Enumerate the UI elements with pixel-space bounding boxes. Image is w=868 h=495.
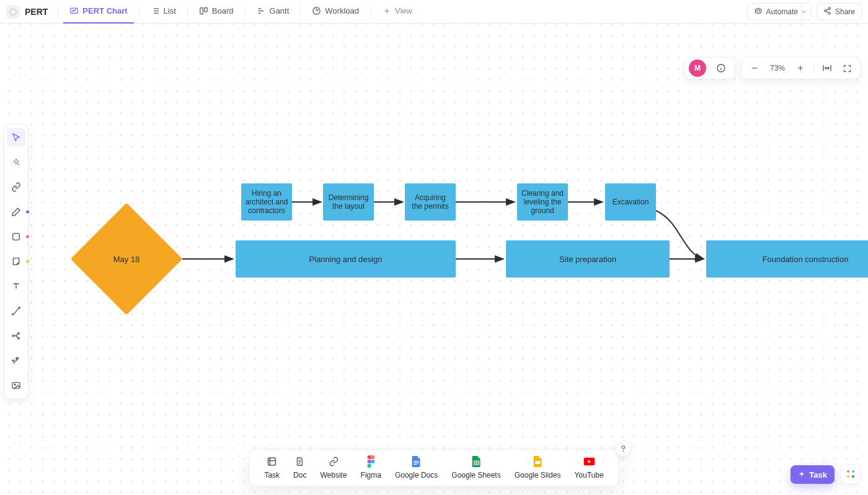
- board-icon: [199, 6, 208, 15]
- tool-ai[interactable]: [7, 153, 25, 172]
- apps-button[interactable]: [841, 464, 861, 484]
- tool-link[interactable]: [7, 178, 25, 196]
- task-node-excavation[interactable]: Excavation: [605, 183, 656, 221]
- dock-website[interactable]: Website: [320, 456, 347, 480]
- project-status-icon[interactable]: [6, 5, 20, 19]
- dock-label: YouTube: [574, 471, 603, 480]
- dock-youtube[interactable]: YouTube: [574, 456, 603, 480]
- tab-workload[interactable]: Workload: [306, 0, 365, 24]
- task-node-permits[interactable]: Acquiring the permits: [405, 183, 456, 221]
- phase-node-foundation[interactable]: Foundation construction: [706, 240, 868, 278]
- automate-dropdown[interactable]: [798, 3, 812, 20]
- gantt-icon: [257, 6, 266, 15]
- task-node-layout[interactable]: Determining the layout: [323, 183, 374, 221]
- node-label: Hiring an architect and contractors: [245, 189, 288, 215]
- canvas-controls: M 73%: [684, 57, 861, 79]
- svg-point-35: [847, 470, 849, 473]
- separator: [813, 63, 814, 74]
- separator: [245, 6, 246, 17]
- phase-node-siteprep[interactable]: Site preparation: [506, 240, 670, 278]
- node-label: Acquiring the permits: [409, 193, 452, 211]
- svg-rect-5: [755, 9, 761, 13]
- tool-sticky[interactable]: [7, 252, 25, 271]
- collaborators-pill: M: [684, 57, 735, 79]
- svg-point-38: [852, 475, 854, 478]
- svg-point-26: [14, 384, 16, 385]
- separator: [139, 6, 140, 17]
- share-label: Share: [835, 7, 855, 16]
- phase-node-planning[interactable]: Planning and design: [236, 240, 456, 278]
- dock-gdocs[interactable]: Google Docs: [395, 456, 438, 480]
- node-label: Site preparation: [559, 255, 616, 264]
- color-swatch-icon: [26, 235, 29, 239]
- tool-select[interactable]: [7, 128, 25, 147]
- tab-label: Board: [212, 6, 234, 15]
- page-title[interactable]: PERT: [25, 7, 48, 17]
- google-slides-icon: [532, 456, 543, 467]
- whiteboard-canvas[interactable]: M 73%: [0, 24, 868, 495]
- zoom-in-button[interactable]: [791, 59, 810, 77]
- svg-point-8: [828, 7, 830, 9]
- dock-label: Google Sheets: [451, 471, 500, 480]
- tool-shape[interactable]: [7, 227, 25, 246]
- svg-point-24: [18, 338, 20, 339]
- link-icon: [328, 456, 339, 467]
- tab-board[interactable]: Board: [193, 0, 240, 24]
- svg-point-9: [825, 9, 826, 11]
- dock-label: Task: [264, 471, 280, 480]
- zoom-out-button[interactable]: [745, 59, 764, 77]
- tool-magic[interactable]: [7, 351, 25, 370]
- automate-label: Automate: [766, 7, 798, 16]
- tool-image[interactable]: [7, 376, 25, 395]
- svg-point-7: [759, 11, 760, 11]
- svg-point-22: [12, 335, 14, 337]
- robot-icon: [754, 6, 763, 17]
- svg-rect-19: [13, 234, 20, 240]
- add-view-label: View: [395, 6, 412, 15]
- milestone-node[interactable]: May 18: [87, 219, 166, 299]
- topbar-right: Automate Share: [747, 3, 862, 20]
- tool-text[interactable]: [7, 277, 25, 296]
- tool-mindmap[interactable]: [7, 326, 25, 345]
- google-sheets-icon: [471, 456, 482, 467]
- fullscreen-button[interactable]: [838, 59, 856, 77]
- svg-point-23: [18, 333, 20, 335]
- list-icon: [151, 6, 160, 15]
- automate-button[interactable]: Automate: [747, 3, 802, 20]
- plus-icon: [798, 470, 805, 480]
- separator: [370, 6, 371, 17]
- figma-icon: [365, 456, 376, 467]
- node-label: Determining the layout: [327, 193, 370, 211]
- tool-connector[interactable]: [7, 302, 25, 320]
- dock-doc[interactable]: Doc: [293, 456, 306, 480]
- tab-label: Gantt: [270, 6, 290, 15]
- zoom-level[interactable]: 73%: [765, 64, 790, 72]
- info-button[interactable]: [712, 59, 730, 77]
- create-task-button[interactable]: Task: [790, 465, 835, 484]
- svg-rect-30: [414, 463, 419, 463]
- task-node-hiring[interactable]: Hiring an architect and contractors: [241, 183, 292, 221]
- tab-gantt[interactable]: Gantt: [250, 0, 296, 24]
- dock-gslides[interactable]: Google Slides: [515, 456, 561, 480]
- svg-point-21: [19, 307, 20, 309]
- task-node-clearing[interactable]: Clearing and leveling the ground: [517, 183, 568, 221]
- add-view-button[interactable]: View: [376, 0, 418, 24]
- color-swatch-icon: [26, 260, 29, 263]
- svg-rect-31: [414, 464, 417, 465]
- svg-point-28: [371, 460, 374, 463]
- share-button[interactable]: Share: [817, 3, 862, 20]
- separator: [300, 6, 301, 17]
- pin-dock-button[interactable]: [616, 440, 632, 457]
- dock-task[interactable]: Task: [264, 456, 280, 480]
- tab-list[interactable]: List: [144, 0, 182, 24]
- dock-figma[interactable]: Figma: [361, 456, 381, 480]
- tool-pen[interactable]: [7, 203, 25, 221]
- dock-gsheets[interactable]: Google Sheets: [451, 456, 500, 480]
- tab-label: PERT Chart: [82, 6, 127, 15]
- dock-label: Google Slides: [515, 471, 561, 480]
- milestone-label: May 18: [87, 219, 166, 299]
- tab-pert-chart[interactable]: PERT Chart: [63, 0, 133, 24]
- avatar[interactable]: M: [689, 59, 706, 77]
- node-label: Planning and design: [309, 255, 383, 264]
- fit-width-button[interactable]: [818, 59, 836, 77]
